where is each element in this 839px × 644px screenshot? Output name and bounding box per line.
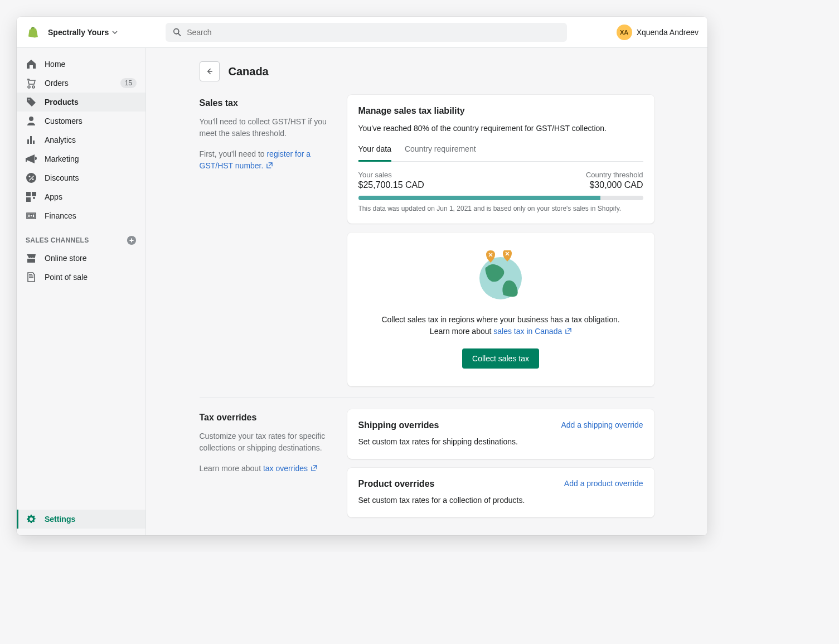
sidebar-item-label: Analytics xyxy=(45,135,137,144)
sales-value: $25,700.15 CAD xyxy=(358,180,424,190)
product-overrides-heading: Product overrides xyxy=(358,479,435,489)
tax-overrides-link[interactable]: tax overrides xyxy=(263,464,317,473)
collect-sales-tax-button[interactable]: Collect sales tax xyxy=(462,348,539,369)
sidebar-item-products[interactable]: Products xyxy=(17,93,146,112)
sidebar-item-label: Home xyxy=(45,60,137,69)
tab-country-requirement[interactable]: Country requirement xyxy=(405,144,476,161)
finances-icon xyxy=(26,210,37,221)
sidebar-item-finances[interactable]: Finances xyxy=(17,206,146,225)
tab-your-data[interactable]: Your data xyxy=(358,144,391,162)
sidebar-item-analytics[interactable]: Analytics xyxy=(17,130,146,149)
sales-tax-canada-link[interactable]: sales tax in Canada xyxy=(493,327,571,336)
store-selector[interactable]: Spectrally Yours xyxy=(48,28,118,37)
user-menu[interactable]: XA Xquenda Andreev xyxy=(617,25,699,40)
sidebar-item-pos[interactable]: Point of sale xyxy=(17,268,146,287)
sidebar-item-label: Marketing xyxy=(45,154,137,163)
sales-label: Your sales xyxy=(358,171,424,179)
sidebar-item-label: Settings xyxy=(45,515,137,524)
page-title: Canada xyxy=(229,65,269,78)
sidebar-item-discounts[interactable]: Discounts xyxy=(17,168,146,187)
shipping-overrides-heading: Shipping overrides xyxy=(358,420,439,430)
sales-channels-header: SALES CHANNELS xyxy=(26,236,89,244)
shipping-overrides-desc: Set custom tax rates for shipping destin… xyxy=(358,436,643,448)
progress-bar xyxy=(358,196,600,200)
search-input[interactable] xyxy=(187,28,560,37)
arrow-left-icon xyxy=(205,67,214,76)
apps-icon xyxy=(26,191,37,202)
sidebar-item-online-store[interactable]: Online store xyxy=(17,249,146,268)
liability-subtext: You've reached 80% of the country requir… xyxy=(358,123,643,134)
add-product-override-link[interactable]: Add a product override xyxy=(564,479,643,488)
user-name: Xquenda Andreev xyxy=(637,28,699,37)
liability-heading: Manage sales tax liability xyxy=(358,106,643,116)
sidebar-item-apps[interactable]: Apps xyxy=(17,187,146,206)
sidebar-item-label: Customers xyxy=(45,117,137,125)
chevron-down-icon xyxy=(112,31,118,34)
sidebar-item-home[interactable]: Home xyxy=(17,55,146,74)
progress-track xyxy=(358,196,643,200)
sidebar-item-label: Orders xyxy=(45,79,113,88)
product-overrides-desc: Set custom tax rates for a collection of… xyxy=(358,495,643,506)
avatar: XA xyxy=(617,25,632,40)
external-icon xyxy=(565,328,571,334)
overrides-desc: Customize your tax rates for specific co… xyxy=(200,430,336,454)
sidebar-item-label: Products xyxy=(45,98,137,106)
salestax-register: First, you'll need to register for a GST… xyxy=(200,148,336,172)
orders-icon xyxy=(26,78,37,89)
search-bar[interactable] xyxy=(166,23,567,42)
external-icon xyxy=(311,465,317,471)
discounts-icon xyxy=(26,172,37,183)
customers-icon xyxy=(26,115,37,127)
search-icon xyxy=(172,27,182,37)
salestax-heading: Sales tax xyxy=(200,98,336,108)
pos-icon xyxy=(26,272,37,283)
threshold-label: Country threshold xyxy=(586,171,643,179)
external-icon xyxy=(266,162,273,168)
overrides-heading: Tax overrides xyxy=(200,413,336,423)
add-shipping-override-link[interactable]: Add a shipping override xyxy=(561,420,643,429)
sidebar-item-orders[interactable]: Orders 15 xyxy=(17,74,146,93)
add-channel-icon[interactable] xyxy=(127,235,137,245)
gear-icon xyxy=(26,514,37,525)
back-button[interactable] xyxy=(200,61,220,81)
salestax-desc: You'll need to collect GST/HST if you me… xyxy=(200,116,336,139)
orders-badge: 15 xyxy=(120,78,137,88)
threshold-value: $30,000 CAD xyxy=(586,180,643,190)
analytics-icon xyxy=(26,134,37,146)
sidebar-item-label: Finances xyxy=(45,211,137,220)
collect-desc: Collect sales tax in regions where your … xyxy=(375,314,626,337)
liability-footnote: This data was updated on Jun 1, 2021 and… xyxy=(358,205,643,212)
sidebar-item-label: Apps xyxy=(45,192,137,201)
sidebar-item-label: Point of sale xyxy=(45,273,137,282)
sidebar-item-label: Discounts xyxy=(45,173,137,182)
products-icon xyxy=(26,96,37,108)
shopify-logo xyxy=(26,26,39,39)
globe-illustration xyxy=(478,250,523,301)
home-icon xyxy=(26,59,37,70)
store-icon xyxy=(26,253,37,264)
marketing-icon xyxy=(26,153,37,164)
sidebar-item-customers[interactable]: Customers xyxy=(17,112,146,130)
sidebar-item-label: Online store xyxy=(45,254,137,263)
sidebar-item-settings[interactable]: Settings xyxy=(17,510,146,529)
store-name: Spectrally Yours xyxy=(48,28,109,37)
sidebar-item-marketing[interactable]: Marketing xyxy=(17,149,146,168)
